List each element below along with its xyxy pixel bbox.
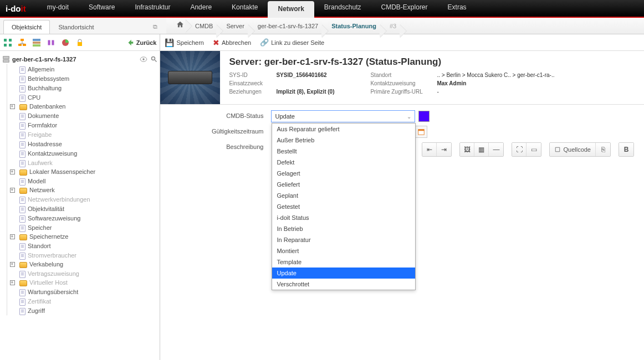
dropdown-option[interactable]: Defekt [272,157,415,168]
tree-item[interactable]: +Verkabelung [7,260,157,269]
expand-icon[interactable]: + [10,104,15,109]
tree-icon-1[interactable] [3,38,12,47]
back-button[interactable]: Zurück [126,39,157,47]
tree-item[interactable]: Vertragszuweisung [7,269,157,278]
tree-item[interactable]: +Netzwerk [7,186,157,194]
expand-icon[interactable]: + [10,188,15,193]
book-icon[interactable] [47,38,55,47]
tree-item[interactable]: Zertifikat [7,296,157,306]
sidebar-tab[interactable]: Standortsicht [50,20,102,34]
cancel-button[interactable]: ✖ Abbrechen [213,38,251,47]
tb-blocks-icon[interactable]: ▭ [527,143,541,156]
expand-icon[interactable]: + [10,280,15,285]
breadcrumb-home[interactable] [172,18,188,34]
topnav-item[interactable]: Kontakte [222,0,268,18]
grid-icon[interactable] [32,38,41,47]
dropdown-option[interactable]: Gelagert [272,168,415,179]
dropdown-option[interactable]: Geplant [272,190,415,201]
tree-item[interactable]: Kontaktzuweisung [7,148,157,158]
tree-icon-2[interactable] [18,38,27,47]
dropdown-option[interactable]: Montiert [272,245,415,256]
dropdown-option[interactable]: i-doit Status [272,212,415,223]
dropdown-option[interactable]: Template [272,256,415,268]
expand-icon[interactable]: + [10,262,15,267]
tree-item[interactable]: +Virtueller Host [7,278,157,287]
tree-item[interactable]: Zugriff [7,306,157,315]
tree-item[interactable]: Softwarezuweisung [7,213,157,223]
permalink-button[interactable]: 🔗 Link zu dieser Seite [260,38,324,47]
tree-item[interactable]: Buchhaltung [7,83,157,92]
tb-image-icon[interactable]: 🖼 [460,143,474,156]
breadcrumb-item[interactable]: Status-Planung [325,23,383,29]
tb-bold-icon[interactable]: B [619,143,633,156]
tree-item[interactable]: Modell [7,176,157,186]
popout-icon[interactable]: ⧉ [150,20,161,34]
cmdb-status-select[interactable]: Update ⌄ Aus Reparatur geliefertAußer Be… [271,110,415,122]
topnav-item[interactable]: Infrastruktur [125,0,180,18]
page-icon [19,215,25,223]
dropdown-option[interactable]: Verschrottet [272,279,415,290]
tb-source-button[interactable]: Quellcode [550,143,596,156]
tb-copy-icon[interactable]: ⎘ [596,143,610,156]
tree-item[interactable]: Speicher [7,223,157,232]
tree-item[interactable]: Laufwerk [7,158,157,167]
tree-item[interactable]: +Lokaler Massenspeicher [7,167,157,176]
tree-item[interactable]: Stromverbraucher [7,250,157,260]
dropdown-option[interactable]: Update [272,268,415,279]
dropdown-option[interactable]: Aus Reparatur geliefert [272,124,415,135]
topnav-items: my-doitSoftwareInfrastrukturAndereKontak… [37,0,638,18]
calendar-button[interactable] [415,126,427,138]
tree-item[interactable]: Netzwerkverbindungen [7,194,157,204]
topnav-item[interactable]: Extras [438,0,477,18]
topnav-item[interactable]: my-doit [37,0,79,18]
dropdown-option[interactable]: Geliefert [272,179,415,190]
tb-hr-icon[interactable]: — [489,143,503,156]
topnav-item[interactable]: Brandschutz [314,0,371,18]
breadcrumb-item[interactable]: Server [219,23,251,29]
tree-item[interactable]: Hostadresse [7,139,157,148]
expand-icon[interactable]: + [10,234,15,239]
meta-key: Kontaktzuweisung [370,80,431,86]
eye-icon[interactable] [140,56,147,62]
tree-item[interactable]: Freigabe [7,130,157,139]
tree-item[interactable]: Formfaktor [7,120,157,130]
tb-indent-icon[interactable]: ⇥ [437,143,451,156]
tree-root[interactable]: ger-ber-c1-srv-fs-1327 [2,54,157,64]
lock-icon[interactable] [75,38,84,47]
tree-item[interactable]: Standort [7,241,157,250]
dropdown-option[interactable]: Getestet [272,201,415,212]
status-color-swatch[interactable] [418,111,430,122]
tb-table-icon[interactable]: ▦ [474,143,489,156]
tree-item[interactable]: Allgemein [7,64,157,74]
tree-item[interactable]: Wartungsübersicht [7,287,157,296]
tree-item[interactable]: +Speichernetze [7,232,157,241]
meta-key: SYS-ID [229,72,270,78]
tree-item-label: Dokumente [28,112,59,119]
dropdown-option[interactable]: In Betrieb [272,223,415,234]
dropdown-option[interactable]: Bestellt [272,146,415,157]
expand-icon[interactable]: + [10,169,15,174]
dropdown-option[interactable]: In Reparatur [272,234,415,245]
pie-icon[interactable] [61,38,70,47]
cmdb-status-label: CMDB-Status [160,110,271,119]
topnav-item[interactable]: CMDB-Explorer [371,0,438,18]
search-icon[interactable] [151,56,157,63]
svg-rect-14 [3,56,9,59]
svg-rect-2 [4,44,7,47]
tb-fullscreen-icon[interactable]: ⛶ [512,143,527,156]
save-button[interactable]: 💾 Speichern [165,38,204,47]
sidebar-tab[interactable]: Objektsicht [3,20,50,34]
topnav-item[interactable]: Software [79,0,125,18]
tb-outdent-icon[interactable]: ⇤ [422,143,437,156]
tree-item-label: Zertifikat [28,298,51,305]
topnav-item[interactable]: Network [268,1,314,18]
tree-item[interactable]: CPU [7,92,157,102]
breadcrumb-item[interactable]: CMDB [188,23,219,29]
tree-item[interactable]: Dokumente [7,111,157,120]
breadcrumb-item[interactable]: ger-ber-c1-srv-fs-1327 [251,23,325,29]
tree-item[interactable]: +Datenbanken [7,102,157,111]
topnav-item[interactable]: Andere [180,0,222,18]
dropdown-option[interactable]: Außer Betrieb [272,135,415,146]
tree-item[interactable]: Objektvitalität [7,204,157,213]
tree-item[interactable]: Betriebssystem [7,74,157,83]
